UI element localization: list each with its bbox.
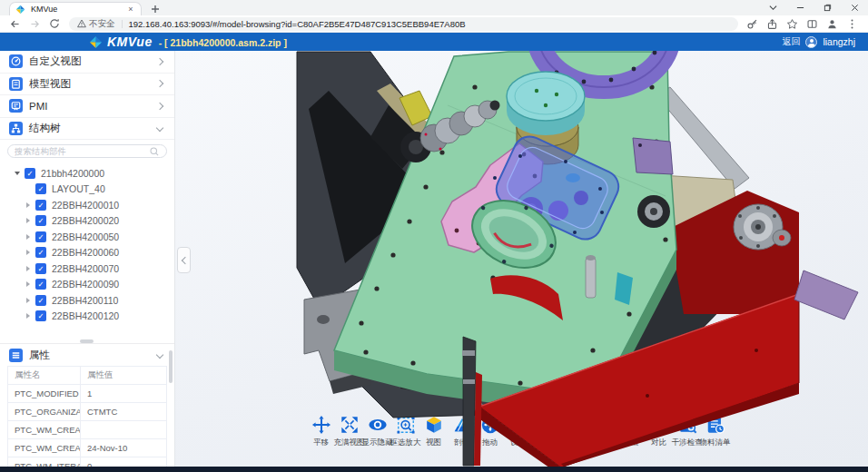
model-purple-ring: [538, 51, 669, 87]
3d-model-canvas[interactable]: [175, 51, 868, 467]
tree-checkbox[interactable]: ✓: [35, 295, 46, 306]
toolbar-button-snapshot[interactable]: 快照: [616, 415, 645, 448]
property-value: 1: [81, 385, 166, 402]
tree-checkbox[interactable]: ✓: [35, 310, 46, 321]
pan-icon: [311, 415, 331, 435]
toolbar-button-fit-view[interactable]: 充满视图: [335, 415, 363, 448]
model-blue-cover: [491, 132, 624, 245]
tree-search[interactable]: [7, 144, 167, 158]
caret-right-icon[interactable]: [24, 298, 33, 303]
caret-right-icon[interactable]: [24, 234, 33, 240]
tree-node[interactable]: ✓LAYOUT_40: [0, 182, 174, 198]
tree-node[interactable]: ✓22BBH4200010: [0, 197, 174, 213]
tree-node[interactable]: ✓22BBH4200070: [0, 261, 174, 277]
caret-right-icon[interactable]: [24, 202, 33, 208]
table-row: PTC_ORGANIZATIO...CTMTC: [8, 403, 166, 421]
address-bar[interactable]: 不安全 192.168.40.163:9093/#/model-browsing…: [69, 17, 738, 31]
tree-node[interactable]: ✓21bbh4200000: [0, 165, 174, 182]
sidebar-item-pmi[interactable]: PMI: [0, 95, 174, 118]
caret-right-icon[interactable]: [24, 313, 33, 319]
model-purple-plate: [633, 138, 673, 174]
toolbar-button-label: 显示隐藏: [362, 438, 393, 448]
back-button[interactable]: 返回: [782, 35, 800, 48]
window-restore-button[interactable]: [814, 0, 841, 15]
user-avatar[interactable]: [805, 36, 817, 48]
model-right-flange: [637, 195, 791, 250]
sidebar-item-custom-views[interactable]: 自定义视图: [0, 51, 174, 74]
sidebar-collapse-handle[interactable]: [177, 247, 191, 273]
toolbar-button-label: 物料清单: [700, 438, 731, 448]
toolbar-button-compare[interactable]: 对比: [645, 415, 673, 448]
browser-tab[interactable]: KMVue ×: [9, 2, 142, 15]
toolbar-button-label: 剖切: [454, 438, 469, 448]
model-red-base-right: [669, 191, 799, 314]
browser-menu-icon[interactable]: [845, 17, 859, 31]
tree-checkbox[interactable]: ✓: [35, 200, 46, 211]
search-input[interactable]: [15, 146, 149, 156]
chevron-down-icon: [156, 124, 163, 132]
refresh-icon[interactable]: [47, 16, 62, 31]
sidebar-item-model-views[interactable]: 模型视图: [0, 74, 174, 96]
toolbar-button-drag[interactable]: 拖动: [476, 415, 504, 448]
tree-checkbox[interactable]: ✓: [25, 168, 35, 179]
tree-node[interactable]: ✓22BBH4200050: [0, 229, 174, 245]
tree-checkbox[interactable]: ✓: [35, 247, 46, 258]
window-minimize-button[interactable]: [786, 0, 814, 15]
properties-scrollbar[interactable]: [169, 350, 173, 383]
back-icon[interactable]: [7, 16, 22, 31]
password-key-icon[interactable]: [745, 17, 759, 31]
tree-checkbox[interactable]: ✓: [35, 231, 46, 242]
tree-checkbox[interactable]: ✓: [35, 263, 46, 274]
caret-right-icon[interactable]: [24, 250, 33, 255]
caret-down-icon[interactable]: [13, 172, 22, 175]
tree-checkbox[interactable]: ✓: [35, 279, 46, 290]
forward-icon[interactable]: [27, 16, 42, 31]
property-name: PTC_WM_ITERATION: [8, 457, 81, 467]
tree-node-label: 21bbh4200000: [41, 168, 104, 179]
tree-checkbox[interactable]: ✓: [35, 215, 46, 226]
chevron-down-icon: [156, 351, 163, 359]
properties-header[interactable]: 属性: [0, 344, 174, 366]
tree-node[interactable]: ✓22BBH4200020: [0, 213, 174, 230]
3d-viewport[interactable]: 平移充满视图显示隐藏框选放大视图剖切拖动设置操作测量批注快照对比干涉检查物料清单: [175, 51, 868, 467]
settings-icon: [508, 415, 528, 435]
tab-close-icon[interactable]: ×: [126, 5, 135, 14]
toolbar-button-box-zoom[interactable]: 框选放大: [391, 415, 419, 448]
tree-node[interactable]: ✓22BBH4200120: [0, 309, 174, 325]
sidebar-item-label: 模型视图: [29, 77, 157, 91]
tree-node[interactable]: ✓22BBH4200060: [0, 245, 174, 261]
toolbar-button-show-hide[interactable]: 显示隐藏: [363, 415, 391, 448]
caret-right-icon[interactable]: [24, 218, 33, 223]
model-teal-part: [615, 272, 633, 305]
tree-node[interactable]: ✓22BBH4200110: [0, 292, 174, 309]
toolbar-button-label: 平移: [313, 438, 329, 448]
new-tab-button[interactable]: [149, 3, 162, 15]
toolbar-button-operate[interactable]: 操作: [532, 415, 560, 448]
snapshot-icon: [621, 415, 641, 435]
toolbar-button-settings[interactable]: 设置: [504, 415, 532, 448]
share-icon[interactable]: [765, 17, 779, 31]
bookmark-star-icon[interactable]: [785, 17, 799, 31]
toolbar-button-view-cube[interactable]: 视图: [419, 415, 448, 448]
model-lever-arm: [409, 303, 517, 342]
tree-node[interactable]: ✓22BBH4200090: [0, 277, 174, 293]
toolbar-button-pan[interactable]: 平移: [307, 415, 335, 448]
toolbar-button-section[interactable]: 剖切: [448, 415, 476, 448]
toolbar-button-label: 设置: [510, 438, 526, 448]
window-menu-button[interactable]: [759, 0, 786, 15]
tree-node-label: 22BBH4200090: [52, 279, 119, 290]
model-mauve-plate: [794, 270, 858, 320]
toolbar-button-measure[interactable]: 测量: [560, 415, 588, 448]
toolbar-button-bom[interactable]: 物料清单: [701, 415, 729, 448]
caret-right-icon[interactable]: [24, 266, 33, 271]
browser-profile-avatar[interactable]: [825, 17, 839, 31]
toolbar-button-annotate[interactable]: 批注: [588, 415, 616, 448]
divider: [122, 20, 123, 28]
sidebar-item-structure-tree[interactable]: 结构树: [0, 118, 174, 141]
tree-checkbox[interactable]: ✓: [35, 183, 46, 194]
toolbar-button-interference-check[interactable]: 干涉检查: [673, 415, 701, 448]
window-close-button[interactable]: [841, 0, 868, 15]
caret-right-icon[interactable]: [24, 281, 33, 287]
security-status[interactable]: 不安全: [77, 18, 115, 30]
split-screen-icon[interactable]: [805, 17, 819, 31]
